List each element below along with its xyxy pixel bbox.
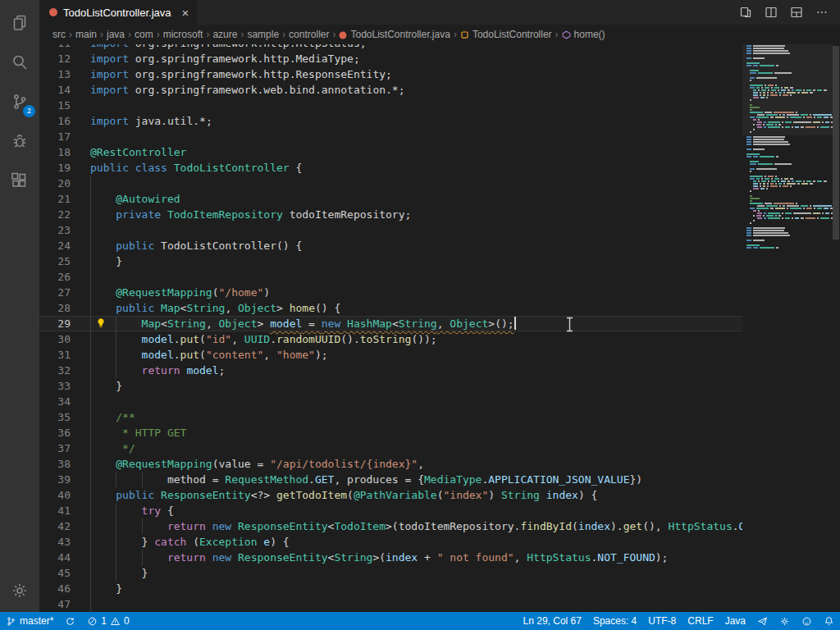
eol-item[interactable]: CRLF <box>682 612 719 630</box>
code-line-29[interactable]: 29Map<String, Object> model = new HashMa… <box>39 316 742 331</box>
code-line-26[interactable]: 26 <box>39 269 742 285</box>
problems-item[interactable]: 1 0 <box>81 612 135 630</box>
code-line-37[interactable]: 37 */ <box>39 441 742 456</box>
breadcrumb-item[interactable]: src <box>52 29 66 40</box>
line-number[interactable]: 39 <box>39 472 71 487</box>
line-number[interactable]: 42 <box>39 518 71 534</box>
code-line-24[interactable]: 24public TodoListController() { <box>39 238 742 253</box>
editor-layout-icon[interactable] <box>790 6 803 19</box>
lightbulb-icon[interactable] <box>95 317 107 329</box>
line-number[interactable]: 22 <box>39 207 71 222</box>
breadcrumb-item[interactable]: controller <box>289 29 329 40</box>
code-line-38[interactable]: 38@RequestMapping(value = "/api/todolist… <box>39 456 742 472</box>
breadcrumb-item-class[interactable]: TodoListController <box>460 29 552 40</box>
code-line-28[interactable]: 28public Map<String, Object> home() { <box>39 300 742 316</box>
code-line-41[interactable]: 41try { <box>39 503 742 518</box>
line-number[interactable]: 24 <box>39 238 71 253</box>
breadcrumb-item[interactable]: microsoft <box>163 29 203 40</box>
line-number[interactable]: 41 <box>39 503 71 518</box>
code-line-11[interactable]: 11import org.springframework.http.HttpSt… <box>39 44 742 51</box>
code-line-22[interactable]: 22private TodoItemRepository todoItemRep… <box>39 207 742 222</box>
code-line-34[interactable]: 34 <box>39 394 742 409</box>
line-number[interactable]: 47 <box>39 596 71 612</box>
breadcrumb-item[interactable]: java <box>107 29 125 40</box>
line-number[interactable]: 32 <box>39 363 71 378</box>
code-line-18[interactable]: 18@RestController <box>39 144 742 160</box>
line-number[interactable]: 19 <box>39 160 71 176</box>
line-number[interactable]: 28 <box>39 300 71 316</box>
line-number[interactable]: 29 <box>39 316 71 331</box>
line-number[interactable]: 21 <box>39 191 71 207</box>
code-line-21[interactable]: 21@Autowired <box>39 191 742 207</box>
code-line-42[interactable]: 42return new ResponseEntity<TodoItem>(to… <box>39 518 742 534</box>
line-number[interactable]: 18 <box>39 144 71 160</box>
sync-changes-button[interactable] <box>59 612 81 630</box>
line-number[interactable]: 46 <box>39 581 71 596</box>
code-line-12[interactable]: 12import org.springframework.http.MediaT… <box>39 51 742 66</box>
cursor-position-item[interactable]: Ln 29, Col 67 <box>518 612 587 630</box>
code-line-31[interactable]: 31model.put("content", "home"); <box>39 347 742 363</box>
line-number[interactable]: 40 <box>39 487 71 503</box>
code-line-40[interactable]: 40public ResponseEntity<?> getTodoItem(@… <box>39 487 742 503</box>
line-number[interactable]: 43 <box>39 534 71 550</box>
manage-button[interactable] <box>0 571 39 610</box>
breadcrumb-item[interactable]: main <box>75 29 97 40</box>
line-number[interactable]: 30 <box>39 331 71 347</box>
settings-status-button[interactable] <box>774 612 796 630</box>
code-line-33[interactable]: 33} <box>39 378 742 394</box>
feedback-smiley-button[interactable] <box>796 612 818 630</box>
breadcrumb-item[interactable]: com <box>135 29 153 40</box>
line-number[interactable]: 34 <box>39 394 71 409</box>
code-line-27[interactable]: 27@RequestMapping("/home") <box>39 285 742 300</box>
language-mode-item[interactable]: Java <box>719 612 751 630</box>
line-number[interactable]: 38 <box>39 456 71 472</box>
breadcrumb-item[interactable]: azure <box>212 29 237 40</box>
git-branch-item[interactable]: master* <box>0 612 59 630</box>
minimap[interactable] <box>742 44 833 612</box>
code-line-19[interactable]: 19public class TodoListController { <box>39 160 742 176</box>
sidebar-item-search[interactable] <box>0 43 39 82</box>
close-tab-icon[interactable]: × <box>182 7 189 19</box>
code-line-20[interactable]: 20 <box>39 176 742 191</box>
sidebar-item-extensions[interactable] <box>0 161 39 200</box>
breadcrumb-item-file[interactable]: TodoListController.java <box>339 29 450 40</box>
open-changes-icon[interactable] <box>739 6 752 19</box>
code-line-25[interactable]: 25} <box>39 253 742 269</box>
line-number[interactable]: 37 <box>39 441 71 456</box>
code-line-46[interactable]: 46} <box>39 581 742 596</box>
line-number[interactable]: 16 <box>39 113 71 129</box>
code-line-36[interactable]: 36 * HTTP GET <box>39 425 742 441</box>
more-actions-icon[interactable] <box>815 6 829 19</box>
breadcrumb-item-method[interactable]: home() <box>562 29 605 40</box>
feedback-send-button[interactable] <box>751 612 774 630</box>
code-line-16[interactable]: 16import java.util.*; <box>39 113 742 129</box>
encoding-item[interactable]: UTF-8 <box>642 612 682 630</box>
line-number[interactable]: 25 <box>39 253 71 269</box>
code-line-14[interactable]: 14import org.springframework.web.bind.an… <box>39 82 742 98</box>
sidebar-item-debug[interactable] <box>0 121 39 161</box>
breadcrumb-item[interactable]: sample <box>247 29 279 40</box>
split-editor-icon[interactable] <box>765 6 778 19</box>
line-number[interactable]: 15 <box>39 98 71 113</box>
sidebar-item-explorer[interactable] <box>0 3 39 43</box>
line-number[interactable]: 44 <box>39 550 71 565</box>
line-number[interactable]: 35 <box>39 409 71 425</box>
code-line-45[interactable]: 45} <box>39 565 742 581</box>
line-number[interactable]: 14 <box>39 82 71 98</box>
code-line-32[interactable]: 32return model; <box>39 363 742 378</box>
code-line-30[interactable]: 30model.put("id", UUID.randomUUID().toSt… <box>39 331 742 347</box>
sidebar-item-source-control[interactable]: 2 <box>0 82 39 121</box>
code-editor[interactable]: 11import org.springframework.http.HttpSt… <box>39 44 742 612</box>
vertical-scrollbar[interactable] <box>832 44 840 612</box>
code-line-15[interactable]: 15 <box>39 98 742 113</box>
line-number[interactable]: 11 <box>39 44 71 51</box>
code-line-23[interactable]: 23 <box>39 222 742 238</box>
line-number[interactable]: 36 <box>39 425 71 441</box>
line-number[interactable]: 20 <box>39 176 71 191</box>
line-number[interactable]: 45 <box>39 565 71 581</box>
tab-todolistcontroller[interactable]: TodoListController.java × <box>39 0 197 25</box>
code-line-43[interactable]: 43} catch (Exception e) { <box>39 534 742 550</box>
line-number[interactable]: 13 <box>39 66 71 82</box>
code-line-35[interactable]: 35/** <box>39 409 742 425</box>
code-line-39[interactable]: 39method = RequestMethod.GET, produces =… <box>39 472 742 487</box>
